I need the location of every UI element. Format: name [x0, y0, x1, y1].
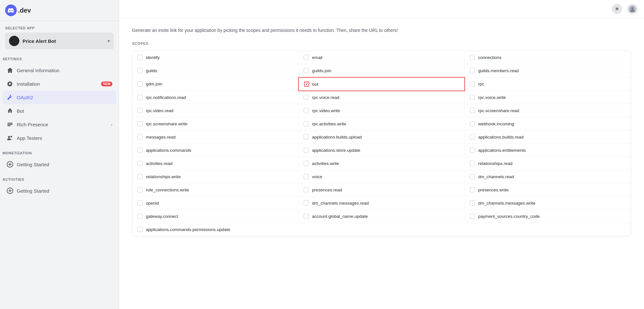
scope-checkbox-applications-builds-upload[interactable] [304, 134, 309, 140]
scope-item-gdm-join[interactable]: gdm.join [132, 77, 298, 91]
scope-item-messages-read[interactable]: messages.read [132, 130, 298, 144]
scope-item-rpc-notifications-read[interactable]: rpc.notifications.read [132, 91, 298, 104]
scope-item-rpc-video-read[interactable]: rpc.video.read [132, 104, 298, 117]
scope-label-openid: openid [146, 201, 159, 206]
sidebar-item-app-testers[interactable]: App Testers [3, 131, 116, 145]
sidebar-item-monetization-getting-started[interactable]: Getting Started [3, 158, 116, 171]
theme-toggle-button[interactable]: ☀ [612, 4, 622, 14]
sidebar-item-general-information[interactable]: General Information [3, 63, 116, 77]
scope-item-gateway-connect[interactable]: gateway.connect [132, 210, 298, 223]
scope-checkbox-applications-commands-permissions-update[interactable] [137, 227, 143, 232]
scope-checkbox-rpc-video-write[interactable] [304, 108, 309, 113]
scope-checkbox-payment-sources-country-code[interactable] [470, 214, 475, 219]
scope-checkbox-presences-write[interactable] [470, 187, 475, 192]
scope-checkbox-identify[interactable] [137, 55, 143, 60]
scope-checkbox-rpc-activities-write[interactable] [304, 121, 309, 126]
scope-label-applications-store-update: applications.store.update [312, 148, 360, 153]
scope-item-applications-commands[interactable]: applications.commands [132, 144, 298, 157]
scope-item-guilds-join[interactable]: guilds.join [298, 64, 465, 77]
selected-app-section: SELECTED APP Price Alert Bot ▾ [0, 21, 119, 52]
scope-item-dm-channels-messages-write[interactable]: dm_channels.messages.write [465, 197, 631, 210]
scope-item-presences-write[interactable]: presences.write [465, 183, 631, 197]
scope-checkbox-rpc-notifications-read[interactable] [137, 95, 143, 100]
scope-checkbox-relationships-write[interactable] [137, 174, 143, 179]
scope-checkbox-relationships-read[interactable] [470, 161, 475, 166]
scope-item-rpc-voice-read[interactable]: rpc.voice.read [298, 91, 465, 104]
scope-checkbox-dm-channels-messages-write[interactable] [470, 200, 475, 206]
scope-checkbox-applications-commands[interactable] [137, 148, 143, 153]
scope-label-email: email [312, 55, 322, 60]
scope-item-presences-read[interactable]: presences.read [298, 183, 465, 197]
scope-item-rpc[interactable]: rpc [465, 77, 631, 91]
scope-checkbox-guilds-join[interactable] [304, 68, 309, 73]
scope-checkbox-applications-entitlements[interactable] [470, 148, 475, 153]
sidebar-item-oauth2[interactable]: OAuth2 [3, 91, 116, 104]
scope-checkbox-rpc-screenshare-read[interactable] [470, 108, 475, 113]
scope-checkbox-webhook-incoming[interactable] [470, 121, 475, 126]
scope-checkbox-guilds-members-read[interactable] [470, 68, 475, 73]
scope-item-activities-read[interactable]: activities.read [132, 157, 298, 170]
scope-checkbox-activities-write[interactable] [304, 161, 309, 166]
scope-item-applications-builds-read[interactable]: applications.builds.read [465, 130, 631, 144]
scope-checkbox-rpc-screenshare-write[interactable] [137, 121, 143, 126]
scope-checkbox-rpc-voice-read[interactable] [304, 95, 309, 100]
scope-checkbox-dm-channels-messages-read[interactable] [304, 200, 309, 206]
scope-item-connections[interactable]: connections [465, 51, 631, 64]
scope-item-rpc-screenshare-write[interactable]: rpc.screenshare.write [132, 117, 298, 130]
scope-checkbox-activities-read[interactable] [137, 161, 143, 166]
svg-rect-3 [9, 109, 11, 110]
scope-checkbox-bot[interactable] [304, 82, 309, 87]
scope-checkbox-rpc[interactable] [470, 82, 475, 87]
scope-checkbox-dm-channels-read[interactable] [470, 174, 475, 179]
activities-label: ACTIVITIES [3, 178, 116, 181]
scope-checkbox-connections[interactable] [470, 55, 475, 60]
scope-item-role-connections-write[interactable]: role_connections.write [132, 183, 298, 197]
scope-item-relationships-write[interactable]: relationships.write [132, 170, 298, 183]
sidebar-item-rich-presence[interactable]: Rich Presence › [3, 118, 116, 131]
scope-checkbox-presences-read[interactable] [304, 187, 309, 192]
scope-checkbox-role-connections-write[interactable] [137, 187, 143, 192]
scope-item-guilds[interactable]: guilds [132, 64, 298, 77]
scope-checkbox-messages-read[interactable] [137, 134, 143, 140]
scope-item-applications-builds-upload[interactable]: applications.builds.upload [298, 130, 465, 144]
scope-item-email[interactable]: email [298, 51, 465, 64]
svg-point-11 [11, 136, 12, 138]
scope-item-activities-write[interactable]: activities.write [298, 157, 465, 170]
scope-item-dm-channels-read[interactable]: dm_channels.read [465, 170, 631, 183]
scope-item-relationships-read[interactable]: relationships.read [465, 157, 631, 170]
scope-checkbox-rpc-video-read[interactable] [137, 108, 143, 113]
user-avatar[interactable] [627, 4, 638, 14]
scope-item-voice[interactable]: voice [298, 170, 465, 183]
scope-item-identify[interactable]: identify [132, 51, 298, 64]
scope-item-applications-store-update[interactable]: applications.store.update [298, 144, 465, 157]
scope-item-webhook-incoming[interactable]: webhook.incoming [465, 117, 631, 130]
scope-label-dm-channels-messages-read: dm_channels.messages.read [312, 201, 369, 206]
scope-checkbox-gdm-join[interactable] [137, 82, 143, 87]
sidebar-item-activities-getting-started[interactable]: Getting Started [3, 184, 116, 198]
scope-item-applications-commands-permissions-update[interactable]: applications.commands.permissions.update [132, 223, 631, 236]
scope-item-account-global-name-update[interactable]: account.global_name.update [298, 210, 465, 223]
scope-checkbox-applications-builds-read[interactable] [470, 134, 475, 140]
scope-item-guilds-members-read[interactable]: guilds.members.read [465, 64, 631, 77]
scope-item-dm-channels-messages-read[interactable]: dm_channels.messages.read [298, 197, 465, 210]
sidebar-item-installation[interactable]: Installation NEW [3, 77, 116, 91]
scope-checkbox-guilds[interactable] [137, 68, 143, 73]
scope-checkbox-voice[interactable] [304, 174, 309, 179]
scope-label-presences-write: presences.write [478, 188, 509, 192]
scope-checkbox-rpc-voice-write[interactable] [470, 95, 475, 100]
scope-checkbox-gateway-connect[interactable] [137, 214, 143, 219]
scope-item-bot[interactable]: bot [298, 77, 465, 91]
scope-item-openid[interactable]: openid [132, 197, 298, 210]
scope-item-rpc-activities-write[interactable]: rpc.activities.write [298, 117, 465, 130]
scope-checkbox-applications-store-update[interactable] [304, 148, 309, 153]
scope-checkbox-account-global-name-update[interactable] [304, 214, 309, 219]
scope-checkbox-openid[interactable] [137, 200, 143, 206]
scope-item-rpc-screenshare-read[interactable]: rpc.screenshare.read [465, 104, 631, 117]
app-selector[interactable]: Price Alert Bot ▾ [5, 33, 114, 49]
scope-item-rpc-voice-write[interactable]: rpc.voice.write [465, 91, 631, 104]
sidebar-item-bot[interactable]: Bot [3, 104, 116, 118]
scope-checkbox-email[interactable] [304, 55, 309, 60]
scope-item-applications-entitlements[interactable]: applications.entitlements [465, 144, 631, 157]
scope-item-payment-sources-country-code[interactable]: payment_sources.country_code [465, 210, 631, 223]
scope-item-rpc-video-write[interactable]: rpc.video.write [298, 104, 465, 117]
